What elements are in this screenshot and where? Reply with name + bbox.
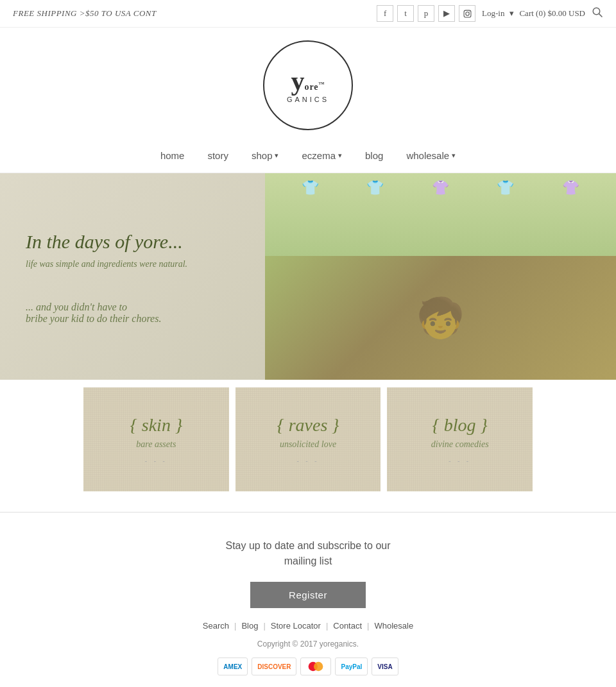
hero-title: In the days of yore...: [26, 229, 252, 254]
cart-link[interactable]: Cart (0) $0.00 USD: [519, 8, 585, 19]
shipping-text: FREE SHIPPING >$50 TO USA CONT: [13, 8, 157, 19]
footer-link-store-locator[interactable]: Store Locator: [271, 621, 321, 631]
pinterest-icon[interactable]: p: [418, 5, 434, 22]
logo-ore: ore™: [304, 81, 325, 92]
wholesale-chevron-icon: ▾: [452, 151, 456, 160]
facebook-icon[interactable]: f: [377, 5, 393, 22]
nav-eczema[interactable]: eczema ▾: [290, 146, 354, 165]
skin-box[interactable]: { skin } bare assets - - -: [83, 387, 229, 491]
subscribe-text: Stay up to date and subscribe to our mai…: [13, 538, 603, 569]
logo-area: y ore™ GANICS: [0, 28, 616, 140]
svg-rect-0: [464, 10, 471, 17]
blog-box-dots: - - -: [431, 457, 489, 464]
nav-shop[interactable]: shop ▾: [240, 146, 291, 165]
register-button[interactable]: Register: [250, 582, 366, 608]
hero-sub2: ... and you didn't have to: [26, 301, 252, 313]
site-logo[interactable]: y ore™ GANICS: [263, 40, 353, 130]
twitter-icon[interactable]: t: [397, 5, 414, 22]
payment-icons: AMEX DISCOVER PayPal VISA: [13, 657, 603, 675]
footer-subscribe: Stay up to date and subscribe to our mai…: [0, 512, 616, 687]
footer-link-search[interactable]: Search: [203, 621, 229, 631]
login-link[interactable]: Log-in: [482, 8, 504, 19]
hero-banner: In the days of yore... life was simple a…: [0, 173, 616, 380]
skin-box-subtitle: bare assets: [130, 439, 183, 450]
amex-icon: AMEX: [218, 657, 248, 675]
instagram-icon[interactable]: [459, 5, 475, 22]
nav-story[interactable]: story: [196, 146, 240, 165]
main-nav: home story shop ▾ eczema ▾ blog wholesal…: [0, 140, 616, 173]
top-bar-links: Log-in ▾ Cart (0) $0.00 USD: [482, 8, 585, 19]
logo-ganics: GANICS: [287, 96, 329, 103]
blog-box-subtitle: divine comedies: [431, 439, 489, 450]
feature-boxes: { skin } bare assets - - - { raves } uns…: [0, 380, 616, 499]
skin-box-dots: - - -: [130, 457, 183, 464]
blog-box[interactable]: { blog } divine comedies - - -: [387, 387, 533, 491]
raves-box-text: { raves } unsolicited love - - -: [277, 415, 339, 464]
logo-y: y: [291, 67, 304, 94]
footer-copyright: Copyright © 2017 yoreganics.: [13, 640, 603, 649]
shop-chevron-icon: ▾: [275, 151, 278, 160]
raves-box[interactable]: { raves } unsolicited love - - -: [235, 387, 381, 491]
raves-box-subtitle: unsolicited love: [277, 439, 339, 450]
visa-icon: VISA: [372, 657, 398, 675]
svg-point-1: [465, 12, 468, 15]
svg-line-4: [599, 14, 603, 17]
mastercard-icon: [300, 657, 331, 675]
footer-link-blog[interactable]: Blog: [241, 621, 258, 631]
youtube-icon[interactable]: ▶: [438, 5, 455, 22]
eczema-chevron-icon: ▾: [338, 151, 342, 160]
nav-blog[interactable]: blog: [354, 146, 395, 165]
skin-box-text: { skin } bare assets - - -: [130, 415, 183, 464]
hero-sub1: life was simple and ingredients were nat…: [26, 259, 252, 269]
svg-point-3: [593, 8, 600, 15]
svg-point-2: [469, 11, 470, 12]
footer-link-contact[interactable]: Contact: [333, 621, 362, 631]
top-bar-right: f t p ▶ Log-in ▾ Cart (0) $0.00 USD: [377, 5, 603, 22]
discover-icon: DISCOVER: [252, 657, 296, 675]
top-bar: FREE SHIPPING >$50 TO USA CONT f t p ▶ L…: [0, 0, 616, 28]
nav-wholesale[interactable]: wholesale ▾: [395, 146, 467, 165]
blog-box-text: { blog } divine comedies - - -: [431, 415, 489, 464]
skin-box-title: { skin }: [130, 415, 183, 436]
blog-box-title: { blog }: [431, 415, 489, 436]
social-icons: f t p ▶: [377, 5, 475, 22]
paypal-icon: PayPal: [335, 657, 368, 675]
footer-links: Search | Blog | Store Locator | Contact …: [13, 621, 603, 631]
svg-point-6: [314, 662, 323, 671]
nav-home[interactable]: home: [149, 146, 196, 165]
footer-link-wholesale[interactable]: Wholesale: [374, 621, 413, 631]
hero-sub3: bribe your kid to do their chores.: [26, 313, 252, 325]
raves-box-dots: - - -: [277, 457, 339, 464]
raves-box-title: { raves }: [277, 415, 339, 436]
search-button[interactable]: [592, 6, 603, 21]
